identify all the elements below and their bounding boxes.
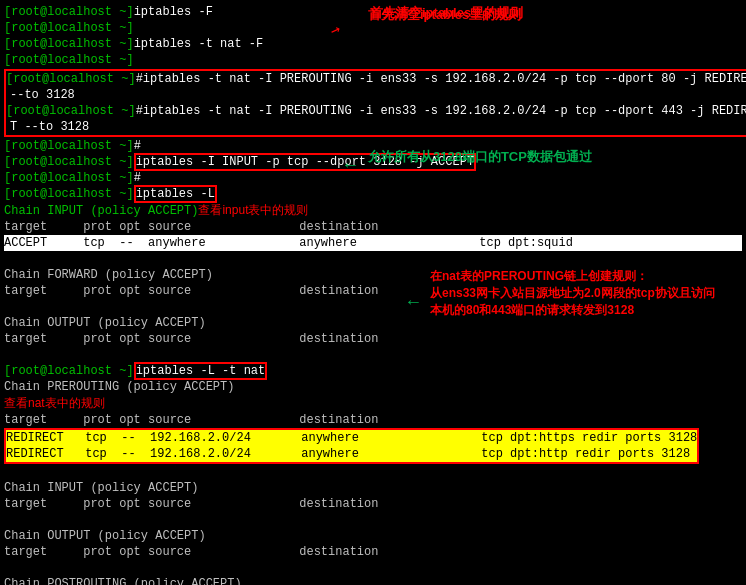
annotation-clear: 首先清空iptables里的规则 [368, 6, 521, 24]
line-6b: T --to 3128 [6, 119, 746, 135]
prompt-4: [root@localhost ~] [4, 53, 134, 67]
annotation-allow-3128: 允许所有从3128端口的TCP数据包通过 [368, 148, 592, 166]
prompt-10: [root@localhost ~] [4, 187, 134, 201]
blank-6 [4, 560, 742, 576]
output-header-2: target prot opt source destination [4, 544, 742, 560]
accept-row: ACCEPT tcp -- anywhere anywhere tcp dpt:… [4, 235, 742, 251]
prompt-3: [root@localhost ~] [4, 37, 134, 51]
blank-1 [4, 251, 742, 267]
annotation-input-table: 查看input表中的规则 [198, 203, 308, 217]
line-10: [root@localhost ~]iptables -L [4, 186, 742, 202]
chain-input-label: Chain INPUT (policy ACCEPT)查看input表中的规则 [4, 202, 742, 219]
list-cmd-box: iptables -L [134, 185, 217, 203]
output-header: target prot opt source destination [4, 331, 742, 347]
chain-postrouting: Chain POSTROUTING (policy ACCEPT) [4, 576, 742, 585]
cmd-7: # [134, 139, 141, 153]
line-3: [root@localhost ~]iptables -t nat -F [4, 36, 742, 52]
arrow-allow: ← [345, 155, 356, 175]
line-5b: --to 3128 [6, 87, 746, 103]
input-header: target prot opt source destination [4, 219, 742, 235]
chain-input-2: Chain INPUT (policy ACCEPT) [4, 480, 742, 496]
prompt-1: [root@localhost ~] [4, 5, 134, 19]
cmd-6b: T --to 3128 [10, 120, 89, 134]
terminal: [root@localhost ~]iptables -F [root@loca… [0, 0, 746, 585]
cmd-1: iptables -F [134, 5, 213, 19]
redirect-row-1: REDIRECT tcp -- 192.168.2.0/24 anywhere … [6, 430, 697, 446]
annotation-nat-rules: 在nat表的PREROUTING链上创建规则： 从ens33网卡入站目源地址为2… [430, 268, 715, 319]
blank-4 [4, 464, 742, 480]
cmd-5: #iptables -t nat -I PREROUTING -i ens33 … [136, 72, 746, 86]
cmd-3: iptables -t nat -F [134, 37, 264, 51]
arrow-nat: ← [408, 292, 419, 312]
prompt-nat: [root@localhost ~] [4, 364, 134, 378]
line-9: [root@localhost ~]# [4, 170, 742, 186]
input-header-2: target prot opt source destination [4, 496, 742, 512]
cmd-10: iptables -L [136, 187, 215, 201]
line-4: [root@localhost ~] [4, 52, 742, 68]
prerouting-box: [root@localhost ~]#iptables -t nat -I PR… [4, 69, 746, 137]
cmd-5b: --to 3128 [10, 88, 75, 102]
cmd-9: # [134, 171, 141, 185]
blank-5 [4, 512, 742, 528]
redirect-box: REDIRECT tcp -- 192.168.2.0/24 anywhere … [4, 428, 699, 464]
prompt-5: [root@localhost ~] [6, 72, 136, 86]
cmd-6: #iptables -t nat -I PREROUTING -i ens33 … [136, 104, 746, 118]
cmd-nat: iptables -L -t nat [136, 364, 266, 378]
annotation-nat-line1: 从ens33网卡入站目源地址为2.0网段的tcp协议且访问 [430, 286, 715, 300]
annotation-nat-title: 在nat表的PREROUTING链上创建规则： [430, 269, 648, 283]
prompt-6: [root@localhost ~] [6, 104, 136, 118]
annotation-nat-line2: 本机的80和443端口的请求转发到3128 [430, 303, 634, 317]
prerouting-header: 查看nat表中的规则 [4, 395, 742, 412]
chain-output-2: Chain OUTPUT (policy ACCEPT) [4, 528, 742, 544]
prerouting-col-header: target prot opt source destination [4, 412, 742, 428]
chain-input-text: Chain INPUT (policy ACCEPT) [4, 204, 198, 218]
line-6: [root@localhost ~]#iptables -t nat -I PR… [6, 103, 746, 119]
prompt-2: [root@localhost ~] [4, 21, 134, 35]
prompt-8: [root@localhost ~] [4, 155, 134, 169]
redirect-row-2: REDIRECT tcp -- 192.168.2.0/24 anywhere … [6, 446, 697, 462]
prompt-9: [root@localhost ~] [4, 171, 134, 185]
annotation-nat-table: 查看nat表中的规则 [4, 396, 105, 410]
line-nat: [root@localhost ~]iptables -L -t nat [4, 363, 742, 379]
line-5: [root@localhost ~]#iptables -t nat -I PR… [6, 71, 746, 87]
nat-cmd-box: iptables -L -t nat [134, 362, 268, 380]
blank-3 [4, 347, 742, 363]
chain-prerouting: Chain PREROUTING (policy ACCEPT) [4, 379, 742, 395]
prompt-7: [root@localhost ~] [4, 139, 134, 153]
